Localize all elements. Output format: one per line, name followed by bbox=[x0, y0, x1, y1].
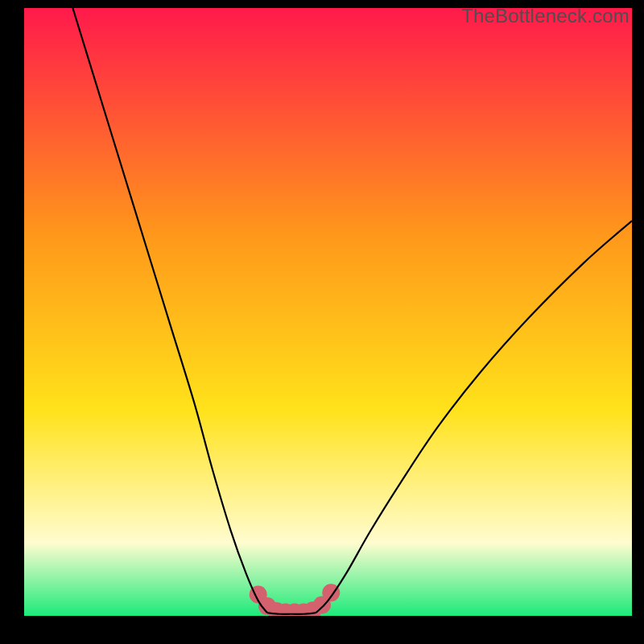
plot-area bbox=[24, 8, 632, 616]
chart-svg bbox=[24, 8, 632, 616]
watermark-text: TheBottleneck.com bbox=[461, 5, 630, 27]
gradient-background bbox=[24, 8, 632, 616]
chart-frame: TheBottleneck.com bbox=[0, 0, 644, 644]
